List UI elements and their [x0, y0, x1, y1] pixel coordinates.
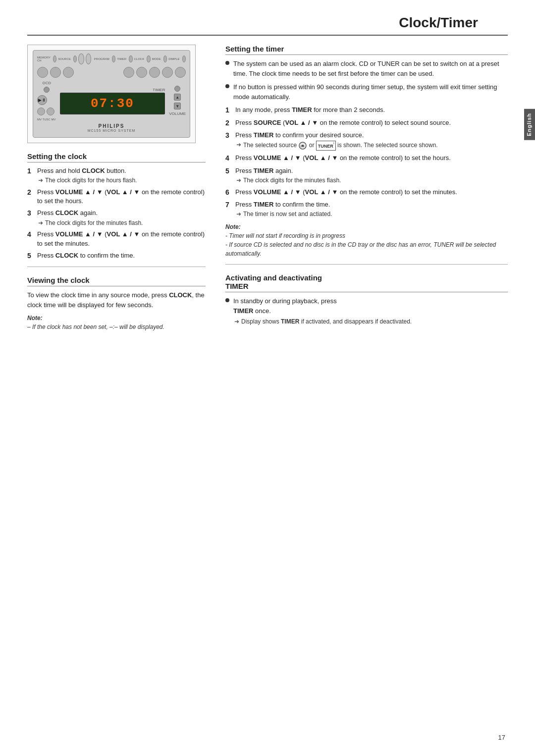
viewing-clock-heading: Viewing the clock: [27, 276, 206, 286]
step-5-text: Press CLOCK to confirm the time.: [37, 252, 135, 259]
tuner-badge: TUNERⁱ: [316, 141, 336, 151]
btn-row2-3: [63, 67, 74, 78]
viewing-clock-body: To view the clock time in any source mod…: [27, 290, 206, 310]
timer-step-5-note-text: The clock digits for the minutes flash.: [243, 176, 341, 185]
btn-row2-7: [162, 67, 173, 78]
arrow-t3: ➜: [236, 141, 241, 149]
device-display: 07:30: [60, 93, 165, 114]
btn-row2-6: [149, 67, 160, 78]
timer-step-4: 4 Press VOLUME ▲ / ▼ (VOL ▲ / ▼ on the r…: [225, 154, 508, 163]
timer-step-3-text: Press TIMER to confirm your desired sour…: [235, 131, 364, 139]
timer-note-text: - Timer will not start if recording is i…: [225, 231, 508, 258]
timer-step-num-3: 3: [225, 131, 232, 141]
activating-note-text: Display shows TIMER if activated, and di…: [241, 317, 412, 326]
btn-program: [112, 55, 116, 62]
timer-step-5: 5 Press TIMER again. ➜ The clock digits …: [225, 166, 508, 185]
setting-clock-heading: Setting the clock: [27, 152, 206, 162]
timer-note-line2: - If source CD is selected and no disc i…: [225, 241, 496, 257]
divider-2: [225, 264, 508, 265]
timer-step-num-2: 2: [225, 118, 232, 128]
activating-dot-1: [225, 298, 229, 302]
clock-note-label: Note:: [27, 315, 206, 322]
timer-step-3-note: ➜ The selected source CD or: [235, 141, 508, 151]
clock-step-2: 2 Press VOLUME ▲ / ▼ (VOL ▲ / ▼ on the r…: [27, 188, 206, 206]
button-label-mode: MODE: [152, 57, 161, 60]
timer-step-2-content: Press SOURCE (VOL ▲ / ▼ on the remote co…: [235, 118, 508, 127]
timer-note-section: Note: - Timer will not start if recordin…: [225, 223, 508, 258]
button-label-source: SOURCE: [58, 57, 71, 60]
btn-prev: [37, 108, 45, 115]
arrow-act: ➜: [234, 317, 239, 326]
step-num-4: 4: [27, 230, 34, 240]
setting-timer-heading: Setting the timer: [225, 45, 508, 55]
btn-clock-top: [147, 55, 151, 62]
left-column: MEMORY CH SOURCE PROGRAM TIMER CLOCK MOD…: [27, 36, 220, 334]
timer-note-label: Note:: [225, 223, 508, 230]
button-label-timer: TIMER: [117, 57, 126, 60]
page-number: 17: [498, 734, 505, 741]
device-brand: PHILIPS: [37, 123, 186, 129]
step-1-note-text: The clock digits for the hours flash.: [45, 176, 137, 185]
btn-cd: [78, 54, 84, 64]
step-3-note: ➜ The clock digits for the minutes flash…: [37, 219, 206, 227]
btn-cd2: [86, 54, 91, 64]
clock-step-5: 5 Press CLOCK to confirm the time.: [27, 251, 206, 261]
btn-row2-1: [37, 67, 48, 78]
display-container: TIMER 07:30: [60, 88, 165, 114]
timer-step-6-text: Press VOLUME ▲ / ▼ (VOL ▲ / ▼ on the rem…: [235, 188, 457, 196]
activating-heading-line2: TIMER: [225, 282, 249, 290]
svg-text:CD: CD: [301, 145, 305, 148]
bullet-dot-2: [225, 84, 229, 88]
arrow-3: ➜: [38, 219, 43, 227]
cd-icon-label: ⊙CD: [42, 81, 52, 85]
btn-left-small: [44, 87, 50, 93]
right-controls: ▲ ▼ VOLUME: [169, 86, 186, 116]
second-button-row: [37, 67, 186, 78]
timer-step-7-note-text: The timer is now set and actiated.: [243, 210, 332, 218]
timer-step-7-content: Press TIMER to confirm the time. ➜ The t…: [235, 200, 508, 218]
display-area: ⊙CD ▶⏸ MV TUSC MV TIMER 07:30: [37, 81, 186, 121]
page-title: Clock/Timer: [27, 0, 508, 36]
activating-note: ➜ Display shows TIMER if activated, and …: [233, 317, 412, 326]
timer-step-1-content: In any mode, press TIMER for more than 2…: [235, 106, 508, 114]
setting-clock-list: 1 Press and hold CLOCK button. ➜ The clo…: [27, 166, 206, 261]
cd-inline-icon: CD: [298, 141, 307, 150]
btn-dimple: [182, 55, 186, 62]
arrow-t7: ➜: [236, 210, 241, 218]
timer-label: TIMER: [60, 88, 165, 92]
arrow-t5: ➜: [236, 176, 241, 185]
step-3-text: Press CLOCK again.: [37, 209, 98, 216]
timer-step-1: 1 In any mode, press TIMER for more than…: [225, 106, 508, 115]
step-1-text: Press and hold CLOCK button.: [37, 167, 126, 174]
timer-step-3: 3 Press TIMER to confirm your desired so…: [225, 131, 508, 151]
activating-bullet-list: In standby or during playback, press TIM…: [225, 296, 508, 326]
timer-step-6-content: Press VOLUME ▲ / ▼ (VOL ▲ / ▼ on the rem…: [235, 188, 508, 197]
activating-heading-line1: Activating and deactivating: [225, 273, 322, 282]
step-3-note-text: The clock digits for the minutes flash.: [45, 219, 143, 227]
btn-right-small-1: [174, 86, 180, 92]
step-3-content: Press CLOCK again. ➜ The clock digits fo…: [37, 209, 206, 227]
timer-step-7-text: Press TIMER to confirm the time.: [235, 201, 330, 208]
timer-steps-list: 1 In any mode, press TIMER for more than…: [225, 106, 508, 218]
timer-step-num-7: 7: [225, 200, 232, 210]
btn-source: [73, 55, 77, 62]
step-num-5: 5: [27, 251, 34, 261]
divider-1: [27, 267, 206, 267]
timer-step-2: 2 Press SOURCE (VOL ▲ / ▼ on the remote …: [225, 118, 508, 128]
timer-bullet-2-text: If no button is pressed within 90 second…: [233, 82, 508, 102]
step-num-3: 3: [27, 209, 34, 218]
play-btn: ▶⏸: [37, 95, 47, 105]
bottom-labels: MV TUSC MV: [37, 118, 56, 121]
btn-arrow-up: ▲: [174, 94, 181, 101]
timer-step-3-note-text: The selected source CD or TUNERⁱ is sh: [243, 141, 438, 151]
step-2-content: Press VOLUME ▲ / ▼ (VOL ▲ / ▼ on the rem…: [37, 188, 206, 206]
step-num-2: 2: [27, 188, 34, 198]
step-1-content: Press and hold CLOCK button. ➜ The clock…: [37, 166, 206, 185]
timer-bullet-1: The system can be used as an alarm clock…: [225, 59, 508, 78]
timer-step-num-4: 4: [225, 154, 232, 163]
btn-row2-5: [136, 67, 147, 78]
btn-arrow-down: ▼: [174, 103, 181, 109]
step-2-text: Press VOLUME ▲ / ▼ (VOL ▲ / ▼ on the rem…: [37, 188, 205, 205]
step-4-content: Press VOLUME ▲ / ▼ (VOL ▲ / ▼ on the rem…: [37, 230, 206, 248]
btn-mode: [163, 55, 167, 62]
